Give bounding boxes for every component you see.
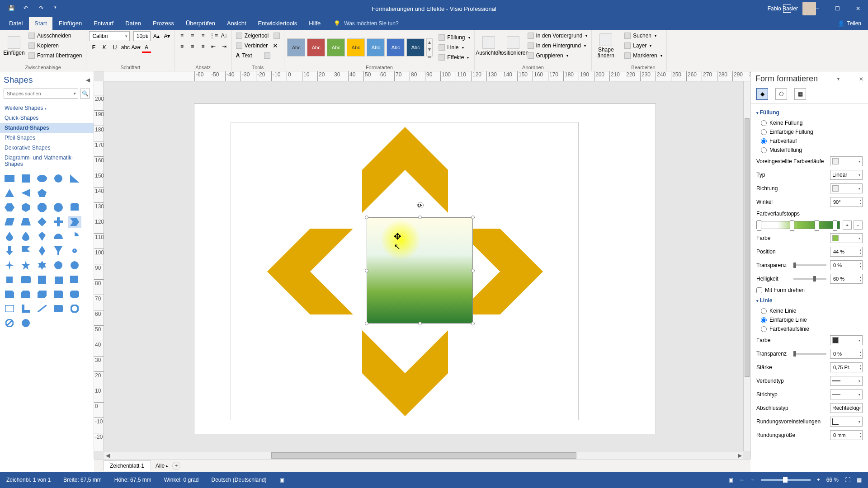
bold-button[interactable]: F [89,43,98,52]
line-transparency-slider[interactable] [793,353,827,355]
shape-right-triangle[interactable] [68,173,81,184]
ruler-vertical[interactable]: 2001901801701601501401301201101009080706… [94,81,104,451]
style-preset-6[interactable]: Abc [387,38,405,56]
rotate-with-shape-checkbox[interactable]: Mit Form drehen [756,286,863,295]
gradient-type-combo[interactable]: Linear [830,170,863,180]
align-left-button[interactable]: ≡ [177,42,186,51]
preset-gradient-picker[interactable] [830,156,863,166]
align-bottom-button[interactable]: ≡ [198,31,208,40]
shape-ellipse[interactable] [35,173,49,184]
tab-data[interactable]: Daten [120,17,146,30]
tab-home[interactable]: Start [29,17,52,30]
align-button[interactable]: Ausrichten [477,31,500,61]
zoom-out-button[interactable]: − [751,477,755,483]
shape-diag-stripe[interactable] [35,303,49,314]
zoom-knob[interactable] [783,477,788,483]
vertical-scrollbar[interactable] [743,81,750,451]
shape-star6[interactable] [35,259,49,271]
shape-circle-small[interactable] [19,317,33,329]
shape-box[interactable] [35,274,49,286]
select-button[interactable]: Markieren▾ [623,51,663,60]
macro-record-icon[interactable]: ▣ [279,477,284,483]
style-gallery-expand[interactable]: ▴▾＝ [426,38,433,56]
resize-handle-sw[interactable] [365,322,368,325]
selected-rectangle-shape[interactable]: ⟳ [367,217,473,324]
shape-l[interactable] [19,303,33,314]
qat-more-icon[interactable]: ▾ [54,5,61,12]
shape-frame[interactable] [3,303,16,314]
shape-kite[interactable] [35,230,49,242]
italic-button[interactable]: K [100,43,109,52]
chevron-up-shape[interactable] [362,127,448,213]
shape-chevron[interactable] [68,216,81,228]
shape-fill-button[interactable]: Füllung▾ [437,33,471,42]
shapes-cat-arrow[interactable]: Pfeil-Shapes [0,133,94,143]
font-size-combo[interactable]: 10pt. [133,31,151,41]
resize-handle-e[interactable] [471,269,475,272]
pan-zoom-icon[interactable]: ▦ [857,477,862,483]
shape-arrow-down[interactable] [3,245,16,257]
tab-review[interactable]: Überprüfen [180,17,221,30]
rectangle-tool-icon[interactable] [274,33,280,39]
resize-handle-w[interactable] [365,269,368,272]
bring-front-button[interactable]: In den Vordergrund▾ [526,31,589,40]
all-pages-button[interactable]: Alle ▴ [156,463,168,469]
align-center-button[interactable]: ≡ [188,42,197,51]
chevron-left-shape[interactable] [267,229,353,314]
bullets-button[interactable]: ⋮≡ [209,31,218,40]
gradient-stop-2[interactable] [790,220,794,231]
gradient-angle-input[interactable]: 90° [830,197,863,207]
underline-button[interactable]: U [110,43,119,52]
line-none-radio[interactable]: Keine Linie [756,306,863,315]
shape-cross[interactable] [52,216,65,228]
text-tool-button[interactable]: A Text [235,51,281,60]
close-pane-icon[interactable]: ✕ [859,76,863,82]
shape-octagon[interactable] [35,202,49,213]
shapes-search-button[interactable]: 🔍 [80,89,90,99]
shape-lozenge[interactable] [35,245,49,257]
fit-page-icon[interactable]: ⛶ [845,477,850,483]
canvas-viewport[interactable]: ⟳ ✥↖ [104,81,743,451]
text-direction-button[interactable]: A↕ [220,31,229,40]
shape-circle[interactable] [52,173,65,184]
gradient-direction-picker[interactable] [830,183,863,193]
shapes-cat-quick[interactable]: Quick-Shapes [0,113,94,123]
tab-process[interactable]: Prozess [147,17,179,30]
add-page-button[interactable]: + [172,462,180,470]
scroll-thumb[interactable] [271,452,576,459]
font-color-button[interactable]: A [142,44,151,53]
grow-font-button[interactable]: A▴ [152,32,161,41]
align-middle-button[interactable]: ≡ [188,31,197,40]
tab-developer[interactable]: Entwicklertools [253,17,303,30]
shape-arc[interactable] [52,230,65,242]
shrink-font-button[interactable]: A▾ [162,32,171,41]
tab-help[interactable]: Hilfe [303,17,326,30]
shape-star4[interactable] [3,259,16,271]
zoom-slider[interactable] [761,479,811,481]
fill-section-header[interactable]: Füllung [756,107,863,118]
shape-star5[interactable] [19,259,33,271]
page-tab-1[interactable]: Zeichenblatt-1 [103,460,151,471]
dash-type-picker[interactable] [830,389,863,399]
shape-trapezoid[interactable] [19,216,33,228]
resize-handle-se[interactable] [471,322,475,325]
paste-button[interactable]: Einfügen [3,31,25,61]
shape-chord[interactable] [52,303,65,314]
group-button[interactable]: Gruppieren▾ [526,51,589,60]
shapes-cat-standard[interactable]: Standard-Shapes [0,123,94,133]
transparency-slider[interactable] [793,264,827,266]
shape-cube[interactable] [3,274,16,286]
shape-square[interactable] [19,173,33,184]
shape-effects-button[interactable]: Effekte▾ [437,53,471,62]
position-button[interactable]: Positionieren [502,31,524,61]
font-name-combo[interactable]: Calibri [89,31,130,41]
shape-rectangle[interactable] [3,173,16,184]
style-preset-5[interactable]: Abc [367,38,385,56]
fill-pattern-radio[interactable]: Musterfüllung [756,145,863,155]
add-gradient-stop-button[interactable]: + [843,221,852,230]
gradient-color-picker[interactable] [830,233,863,243]
style-preset-4[interactable]: Abc [347,38,365,56]
chevron-down-shape[interactable] [362,330,448,416]
scroll-thumb[interactable] [745,118,750,377]
line-width-input[interactable]: 0,75 Pt. [830,362,863,372]
